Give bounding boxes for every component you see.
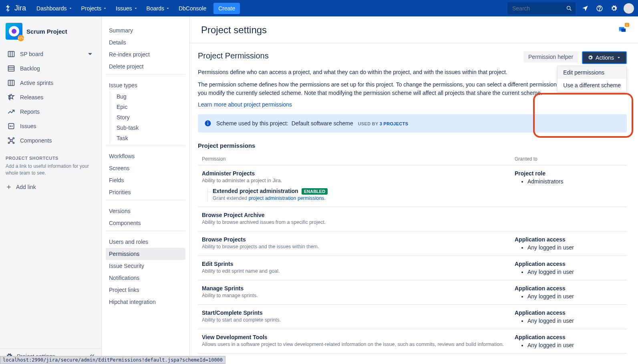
nav-item-projects[interactable]: Projects [77, 3, 111, 14]
settings-link-priorities[interactable]: Priorities [106, 186, 185, 198]
status-bar: localhost:2990/jira/secure/admin/EditPer… [0, 356, 225, 364]
chevron-down-icon [616, 55, 621, 60]
settings-link-issuetype-epic[interactable]: Epic [113, 102, 185, 112]
settings-link-hipchat-integration[interactable]: Hipchat integration [106, 296, 185, 308]
settings-link-delete-project[interactable]: Delete project [106, 60, 185, 72]
sidebar-item-active-sprints[interactable]: Active sprints [3, 76, 98, 90]
col-granted-header: Granted to [515, 156, 627, 162]
create-button[interactable]: Create [213, 3, 240, 14]
permission-desc: Ability to browse projects and the issue… [202, 243, 515, 251]
svg-point-3 [599, 10, 600, 10]
col-permission-header: Permission [198, 156, 515, 162]
nav-items: DashboardsProjectsIssuesBoardsDbConsole [32, 3, 210, 14]
help-icon[interactable] [595, 4, 604, 13]
add-link-button[interactable]: Add link [0, 181, 101, 193]
settings-link-issuetype-task[interactable]: Task [113, 133, 185, 143]
settings-heading-issue-types[interactable]: Issue types [106, 79, 185, 91]
panel-desc-1: Permissions define who can access a proj… [198, 68, 590, 76]
settings-link-issue-security[interactable]: Issue Security [106, 260, 185, 272]
settings-link-re-index-project[interactable]: Re-index project [106, 48, 185, 60]
permission-row: Administer Projects Ability to administe… [198, 165, 627, 207]
jira-logo[interactable]: Jira [4, 4, 26, 13]
project-name: Scrum Project [26, 28, 67, 35]
settings-link-screens[interactable]: Screens [106, 162, 185, 174]
settings-link-fields[interactable]: Fields [106, 174, 185, 186]
settings-link-workflows[interactable]: Workflows [106, 150, 185, 162]
permission-desc: Allows users in a software project to vi… [202, 341, 515, 348]
permission-name: Edit Sprints [202, 261, 515, 267]
banner-used-by-label: USED BY [358, 121, 378, 126]
banner-used-by-count[interactable]: 3 PROJECTS [380, 121, 408, 126]
settings-link-issuetype-sub-task[interactable]: Sub-task [113, 123, 185, 133]
search-input[interactable] [507, 2, 576, 14]
content: Project settings 1 Project Permissions P… [190, 16, 638, 364]
permissions-section-title: Project permissions [198, 142, 627, 149]
settings-link-users-and-roles[interactable]: Users and roles [106, 236, 185, 248]
project-header[interactable]: </> Scrum Project [0, 23, 101, 45]
nav-item-dbconsole[interactable]: DbConsole [175, 3, 210, 14]
panel-title: Project Permissions [198, 51, 269, 60]
permission-helper-button[interactable]: Permission helper [523, 51, 578, 62]
sidebar-item-reports[interactable]: Reports [3, 105, 98, 119]
svg-point-14 [10, 126, 11, 127]
permission-name: Start/Complete Sprints [202, 310, 515, 316]
dropdown-item-edit-permissions[interactable]: Edit permissions [557, 66, 626, 79]
nav-item-issues[interactable]: Issues [112, 3, 141, 14]
board-label: SP board [20, 51, 43, 57]
sidebar-icon [7, 64, 15, 72]
settings-link-summary[interactable]: Summary [106, 24, 185, 36]
permissions-section: Project permissions Permission Granted t… [198, 142, 627, 354]
permission-name: Browse Projects [202, 236, 515, 243]
permission-desc: Ability to edit sprint name and goal. [202, 268, 515, 275]
svg-line-22 [12, 139, 13, 140]
user-avatar[interactable] [624, 3, 634, 14]
project-admin-permissions-link[interactable]: project administration permissions [249, 195, 324, 201]
sidebar-item-backlog[interactable]: Backlog [3, 61, 98, 76]
settings-link-versions[interactable]: Versions [106, 205, 185, 217]
sidebar-icon [7, 79, 15, 87]
sidebar-icon [7, 93, 15, 101]
notifications-icon[interactable] [580, 4, 590, 13]
page-title: Project settings [201, 24, 267, 36]
permission-row: View Development Tools Allows users in a… [198, 329, 627, 354]
sidebar-item-issues[interactable]: Issues [3, 119, 98, 133]
project-avatar: </> [6, 23, 22, 40]
chevron-down-icon [68, 6, 72, 10]
grant-title: Application access [515, 285, 627, 292]
gear-icon [588, 55, 593, 60]
sidebar-item-releases[interactable]: Releases [3, 90, 98, 105]
grant-title: Project role [515, 170, 627, 177]
grant-title: Application access [515, 236, 627, 243]
svg-point-19 [8, 142, 10, 143]
add-link-label: Add link [16, 184, 36, 190]
settings-icon[interactable] [609, 4, 619, 13]
search-icon [566, 5, 572, 12]
svg-line-23 [10, 141, 10, 143]
feedback-button[interactable]: 1 [618, 25, 627, 35]
svg-point-17 [8, 138, 10, 139]
settings-link-project-links[interactable]: Project links [106, 284, 185, 296]
jira-logo-text: Jira [14, 4, 26, 12]
settings-link-permissions[interactable]: Permissions [106, 248, 185, 260]
settings-link-notifications[interactable]: Notifications [106, 272, 185, 284]
settings-link-issuetype-bug[interactable]: Bug [113, 91, 185, 102]
svg-point-18 [13, 138, 14, 139]
permission-name: View Development Tools [202, 334, 515, 340]
svg-line-24 [12, 141, 13, 143]
svg-line-21 [10, 139, 10, 140]
nav-item-dashboards[interactable]: Dashboards [32, 3, 76, 14]
svg-line-1 [570, 9, 571, 10]
sidebar-item-components[interactable]: Components [3, 133, 98, 148]
settings-link-issuetype-story[interactable]: Story [113, 112, 185, 123]
actions-button[interactable]: Actions [582, 51, 627, 64]
grant-item: Any logged in user [527, 269, 627, 275]
settings-link-components[interactable]: Components [106, 217, 185, 229]
panel-desc-2: The permission scheme defines how the pe… [198, 80, 590, 97]
grant-title: Application access [515, 334, 627, 340]
nav-item-boards[interactable]: Boards [143, 3, 174, 14]
permission-desc: Ability to manage sprints. [202, 292, 515, 300]
settings-link-details[interactable]: Details [106, 36, 185, 48]
board-selector[interactable]: SP board [3, 47, 98, 61]
learn-more-link[interactable]: Learn more about project permissions [198, 101, 627, 108]
dropdown-item-use-a-different-scheme[interactable]: Use a different scheme [557, 79, 626, 92]
